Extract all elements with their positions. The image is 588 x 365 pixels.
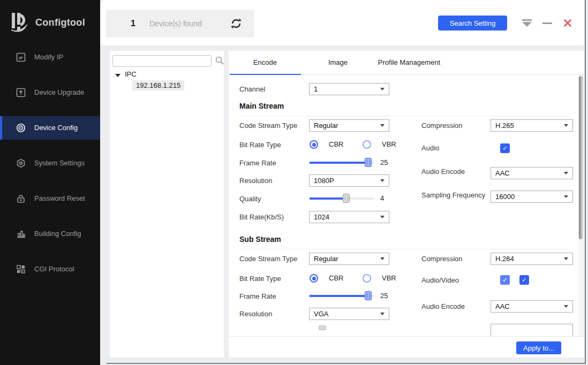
sidebar-item-password-reset[interactable]: Password Reset — [0, 187, 100, 210]
sub-frame-rate-label: Frame Rate — [239, 292, 276, 301]
sub-compression-dropdown[interactable]: H.264 — [491, 253, 573, 265]
channel-dropdown[interactable]: 1 — [309, 83, 389, 95]
window-right-border — [585, 0, 586, 363]
main-bit-rate-dropdown[interactable]: 1024 — [309, 211, 389, 223]
close-icon[interactable] — [563, 18, 572, 28]
search-setting-button[interactable]: Search Setting — [438, 16, 507, 31]
sidebar-item-device-config[interactable]: Device Config — [0, 116, 100, 140]
sub-code-stream-type-dropdown[interactable]: Regular — [309, 253, 389, 265]
section-divider — [239, 116, 568, 116]
sidebar-item-device-upgrade[interactable]: Device Upgrade — [0, 81, 100, 104]
configtool-window: Configtool IP Modify IP Device Upgrade D… — [0, 0, 588, 365]
main-audio-encode-dropdown[interactable]: AAC — [491, 167, 573, 179]
tree-group-ipc[interactable]: IPC — [125, 70, 137, 78]
main-compression-dropdown[interactable]: H.265 — [491, 119, 573, 132]
sub-quality-slider-handle-partial[interactable] — [319, 325, 326, 330]
main-cbr-label: CBR — [329, 140, 343, 149]
main-frame-rate-slider[interactable] — [310, 158, 374, 167]
slider-handle[interactable] — [365, 158, 372, 167]
sub-video-checkbox[interactable] — [519, 275, 529, 285]
minimize-icon[interactable] — [542, 22, 552, 24]
main-cbr-radio[interactable] — [310, 140, 318, 149]
system-settings-icon — [16, 158, 26, 168]
password-reset-lock-icon — [16, 194, 26, 203]
chevron-down-icon — [564, 124, 568, 127]
sub-vbr-radio[interactable] — [363, 274, 371, 283]
main-stream-title: Main Stream — [239, 102, 284, 110]
chevron-down-icon — [380, 257, 385, 260]
main-audio-checkbox[interactable] — [500, 143, 510, 153]
chevron-down-icon — [564, 305, 568, 308]
chevron-down-icon — [380, 179, 385, 182]
sidebar-item-cgi-protocol[interactable]: CGI Protocol — [0, 257, 100, 281]
sidebar-item-modify-ip[interactable]: IP Modify IP — [0, 45, 100, 69]
main-code-stream-type-dropdown[interactable]: Regular — [309, 119, 389, 132]
main-quality-label: Quality — [239, 194, 261, 204]
scrollbar-thumb[interactable] — [579, 76, 583, 239]
vertical-scrollbar[interactable] — [578, 75, 584, 336]
modify-ip-icon: IP — [16, 52, 26, 62]
section-divider — [239, 249, 568, 249]
chevron-down-icon — [380, 124, 385, 127]
sub-frame-rate-slider[interactable] — [310, 291, 374, 300]
main-resolution-dropdown[interactable]: 1080P — [309, 174, 389, 187]
chevron-down-icon — [380, 216, 385, 218]
tree-device-item[interactable]: 192.168.1.215 — [132, 80, 184, 90]
sub-cbr-radio[interactable] — [310, 274, 318, 283]
search-icon[interactable] — [215, 56, 224, 65]
main-audio-label: Audio — [421, 143, 439, 153]
tab-image[interactable]: Image — [301, 51, 374, 74]
tab-encode[interactable]: Encode — [229, 51, 301, 74]
main-vbr-radio[interactable] — [363, 140, 371, 149]
sub-frame-rate-value: 25 — [380, 292, 388, 300]
main-audio-encode-label: Audio Encode — [421, 167, 465, 177]
sidebar-item-building-config[interactable]: Building Config — [0, 222, 100, 246]
sidebar-item-system-settings[interactable]: System Settings — [0, 151, 100, 175]
sub-resolution-dropdown[interactable]: VGA — [309, 308, 389, 320]
chevron-down-icon — [564, 195, 568, 198]
main-frame-rate-value: 25 — [380, 158, 388, 166]
sub-resolution-label: Resolution — [239, 309, 272, 319]
slider-handle[interactable] — [365, 291, 372, 300]
device-search-input[interactable] — [112, 55, 212, 67]
sub-code-stream-type-label: Code Stream Type — [239, 254, 297, 264]
device-tree-panel: IPC 192.168.1.215 — [110, 51, 224, 358]
window-bottom-border — [107, 363, 586, 364]
main-code-stream-type-label: Code Stream Type — [239, 121, 297, 131]
app-logo: Configtool — [10, 11, 85, 34]
main-resolution-label: Resolution — [239, 176, 272, 186]
main-quality-slider[interactable] — [310, 194, 374, 203]
main-frame-rate-label: Frame Rate — [239, 158, 276, 168]
tab-profile-management[interactable]: Profile Management — [374, 51, 444, 74]
tree-expand-caret-icon[interactable] — [115, 74, 120, 77]
sub-bit-rate-type-label: Bit Rate Type — [239, 274, 281, 284]
device-upgrade-icon — [16, 88, 26, 97]
main-quality-value: 4 — [380, 194, 384, 202]
brand-logo-icon — [10, 11, 31, 34]
refresh-icon[interactable] — [230, 17, 243, 30]
header-bar: 1 Device(s) found Search Setting — [100, 0, 584, 45]
chevron-down-icon — [564, 172, 568, 174]
sub-audio-encode-dropdown[interactable]: AAC — [491, 300, 573, 313]
svg-text:IP: IP — [19, 56, 23, 60]
apply-to-button[interactable]: Apply to... — [516, 341, 561, 354]
sub-audio-encode-label: Audio Encode — [421, 302, 465, 311]
collapse-panel-icon[interactable] — [522, 19, 532, 27]
main-compression-label: Compression — [421, 121, 463, 131]
device-config-icon — [16, 123, 26, 133]
main-area: 1 Device(s) found Search Setting — [100, 0, 588, 365]
device-count-label: Device(s) found — [149, 19, 202, 28]
device-count: 1 — [131, 19, 135, 28]
sub-audio-video-label: Audio/Video — [421, 276, 459, 285]
main-sampling-frequency-dropdown[interactable]: 16000 — [491, 191, 573, 203]
channel-label: Channel — [239, 85, 265, 94]
encode-form: Channel 1 Main Stream Code Stream Type R… — [229, 75, 578, 336]
building-config-icon — [16, 229, 26, 239]
slider-handle[interactable] — [343, 194, 350, 203]
sub-sampling-frequency-dropdown-partial[interactable] — [491, 324, 573, 336]
main-bit-rate-label: Bit Rate(Kb/S) — [239, 212, 284, 222]
chevron-down-icon — [564, 257, 568, 260]
chevron-down-icon — [380, 313, 385, 315]
main-vbr-label: VBR — [382, 140, 396, 149]
sub-audio-checkbox[interactable] — [500, 275, 510, 285]
